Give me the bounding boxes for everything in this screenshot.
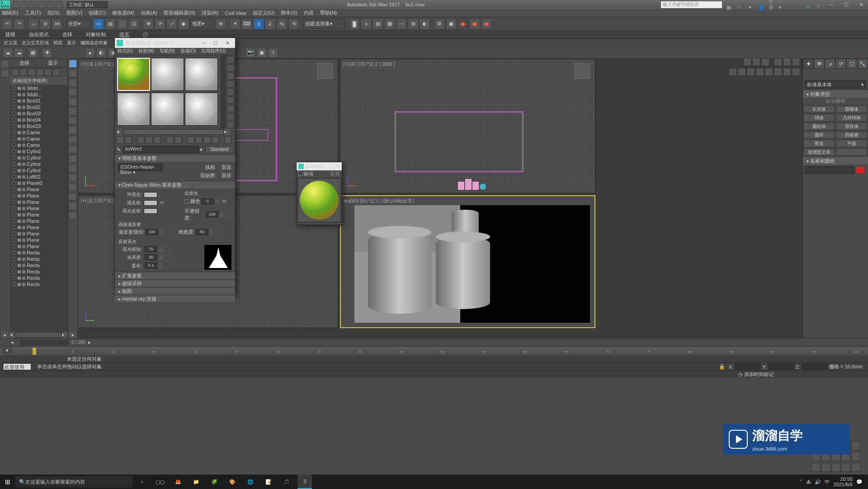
freeze-icon[interactable] <box>18 245 21 248</box>
maxscript-label[interactable]: 欢迎使用 MAXSc <box>4 364 31 370</box>
viewcube-front[interactable] <box>574 63 590 79</box>
percent-snap-button[interactable]: % <box>277 19 288 29</box>
vp-edit-icon[interactable] <box>752 58 760 66</box>
mat-titlebar[interactable]: 材质编辑器 - buWen1 ─ ☐ ✕ <box>115 38 235 48</box>
mat-min-button[interactable]: ─ <box>198 40 210 46</box>
angle-snap-button[interactable]: ∠ <box>265 19 276 29</box>
specular-swatch[interactable] <box>144 208 157 214</box>
btn-tube[interactable]: 管状体 <box>836 122 868 130</box>
vtool-7[interactable] <box>69 117 77 125</box>
tree-item[interactable]: Plane <box>10 186 67 193</box>
visibility-icon[interactable] <box>12 143 16 147</box>
help2-icon[interactable]: ? <box>268 48 278 58</box>
cmdsub-7[interactable] <box>783 68 791 76</box>
mat-slot-6[interactable] <box>185 93 218 126</box>
shader-combo[interactable]: (O)Oren-Nayar-Blinn ▾ <box>118 164 163 171</box>
tab-selection[interactable]: 选择 <box>62 31 72 38</box>
tree-item[interactable]: 3ddd... <box>10 91 67 98</box>
workspace-combo[interactable]: 工作区: 默认 <box>67 1 108 8</box>
firefox-icon[interactable]: 🦊 <box>171 475 185 489</box>
freeze-icon[interactable] <box>18 264 21 267</box>
menu-group[interactable]: 组(G) <box>47 9 60 16</box>
matmenu-modes[interactable]: 模式(D) <box>118 48 133 55</box>
mat-backlight-icon[interactable] <box>227 64 234 71</box>
btn-box[interactable]: 长方体 <box>803 105 835 113</box>
freeze-icon[interactable] <box>18 125 21 128</box>
btn-textplus[interactable]: 加强型文本 <box>803 148 835 156</box>
tab-modeling[interactable]: 建模 <box>5 31 15 38</box>
app1-icon[interactable]: 🧩 <box>207 475 222 489</box>
speclvl-spinner[interactable]: 75 <box>145 246 157 252</box>
3dsmax-taskbar-icon[interactable]: 3 <box>297 475 312 489</box>
freeze-icon[interactable] <box>18 144 21 147</box>
tray-net-icon[interactable]: 🖧 <box>806 479 811 484</box>
render-setup-button[interactable]: ⚙ <box>434 19 445 29</box>
viewcube-top[interactable] <box>317 63 333 79</box>
visibility-icon[interactable] <box>12 269 16 274</box>
subtab-sim[interactable]: 模拟 <box>53 40 62 46</box>
schematic-button[interactable]: ⊞ <box>408 19 419 29</box>
subtab-cross[interactable]: 定义交叉区域 <box>22 40 49 46</box>
visibility-icon[interactable] <box>12 187 16 192</box>
vtool-select[interactable] <box>69 60 77 68</box>
timeline-ruler[interactable]: 0510152025303540455055606570758085909510… <box>14 348 868 355</box>
tree-item[interactable]: Plane <box>10 193 67 199</box>
vp-add-icon[interactable] <box>743 58 751 66</box>
undo-icon[interactable] <box>38 1 46 8</box>
edge-icon[interactable]: 🌐 <box>243 475 258 489</box>
tree-item[interactable]: Loft02 <box>10 174 67 180</box>
selfillum-check[interactable] <box>184 199 189 204</box>
mat-max-button[interactable]: ☐ <box>210 40 222 46</box>
mat-close-button[interactable]: ✕ <box>222 40 233 46</box>
rollout-mr-hdr[interactable]: ▸ mental ray 连接 <box>115 295 235 302</box>
toggle-ribbon-button[interactable]: ▦ <box>384 19 395 29</box>
visibility-icon[interactable] <box>12 231 16 236</box>
menu-help[interactable]: 帮助(H) <box>320 9 337 16</box>
freeze-icon[interactable] <box>18 194 21 197</box>
app3-icon[interactable]: 📝 <box>261 475 276 489</box>
mat-put-icon[interactable] <box>125 136 132 144</box>
rough-map-button[interactable] <box>215 230 221 235</box>
btn-geosphere[interactable]: 几何球体 <box>836 114 868 122</box>
tree-item[interactable]: Box01 <box>10 98 67 104</box>
freeze-icon[interactable] <box>18 169 21 172</box>
cmdsub-8[interactable] <box>792 68 800 76</box>
track-left-icon[interactable]: ◂ <box>11 339 17 345</box>
tree-item[interactable]: Plane0 <box>10 180 67 186</box>
move-button[interactable]: ✥ <box>143 19 154 29</box>
nav-btn-10[interactable] <box>851 452 860 461</box>
vtool-16[interactable] <box>69 202 77 210</box>
tab-select[interactable]: 选择 <box>19 60 29 66</box>
cross-icon[interactable]: ✚ <box>42 48 52 58</box>
maximize-button[interactable]: ☐ <box>840 0 853 9</box>
diffuse-map-button[interactable]: M <box>159 200 165 206</box>
tree-item[interactable]: Came <box>10 136 67 142</box>
minimize-button[interactable]: ─ <box>825 0 838 9</box>
vtool-4[interactable] <box>69 88 77 96</box>
freeze-icon[interactable] <box>18 270 21 273</box>
tab-modify-icon[interactable]: 🛠 <box>814 59 825 69</box>
open-icon[interactable] <box>21 1 28 8</box>
close-button[interactable]: ✕ <box>854 0 868 9</box>
sim2-icon[interactable]: ◐ <box>96 48 106 58</box>
vtool-15[interactable] <box>69 193 77 201</box>
user-icon[interactable]: 👤 <box>758 5 765 12</box>
btn-cylinder[interactable]: 圆柱体 <box>803 122 835 130</box>
freeze-icon[interactable] <box>18 163 21 166</box>
save-icon[interactable] <box>30 1 37 8</box>
vp-shade3-icon[interactable] <box>792 58 800 66</box>
tree-item[interactable]: Recta <box>10 249 67 256</box>
freeze-icon[interactable] <box>18 220 21 223</box>
visibility-icon[interactable] <box>12 92 16 97</box>
nav-btn-12[interactable] <box>821 463 830 472</box>
mat-goto-icon[interactable] <box>187 136 194 144</box>
visibility-icon[interactable] <box>12 118 16 122</box>
vp-max-icon[interactable] <box>761 58 769 66</box>
y-field[interactable] <box>769 364 794 370</box>
nav-btn-11[interactable] <box>811 463 821 472</box>
freeze-icon[interactable] <box>18 258 21 261</box>
tab-populate[interactable]: 填充 <box>119 31 129 38</box>
tree-item[interactable]: Recta <box>10 268 67 275</box>
subtab-flow[interactable]: 定义流 <box>4 40 17 46</box>
layer-button[interactable]: ▤ <box>373 19 383 29</box>
